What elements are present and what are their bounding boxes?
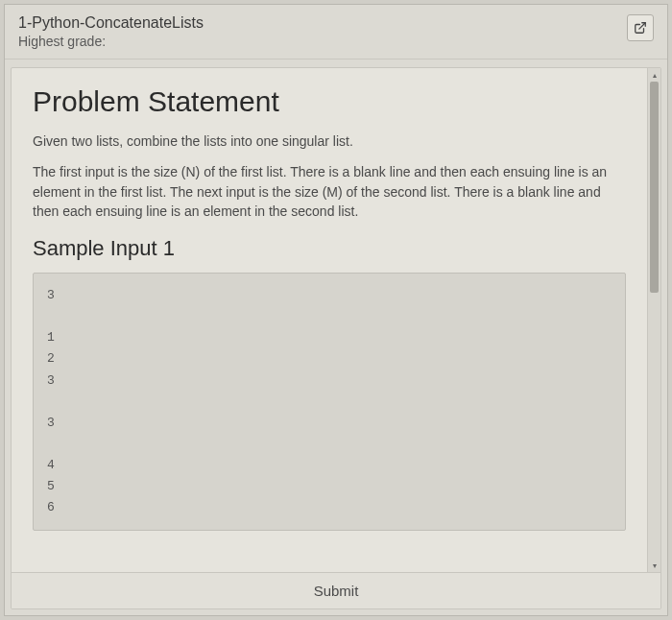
scroll-down-arrow[interactable]: ▾ [648,559,660,572]
highest-grade-label: Highest grade: [18,34,204,49]
problem-description-2: The first input is the size (N) of the f… [33,162,626,221]
assignment-panel: 1-Python-ConcatenateLists Highest grade:… [4,4,668,616]
problem-statement-heading: Problem Statement [33,85,626,118]
assignment-title: 1-Python-ConcatenateLists [18,14,204,32]
header-bar: 1-Python-ConcatenateLists Highest grade: [5,5,667,60]
scroll-up-arrow[interactable]: ▴ [648,68,660,82]
external-link-icon [634,21,647,35]
sample-input-box: 3 1 2 3 3 4 5 6 [33,273,626,531]
scroll-wrap: Problem Statement Given two lists, combi… [12,68,660,572]
problem-body: Problem Statement Given two lists, combi… [12,68,647,572]
content-area: Problem Statement Given two lists, combi… [11,67,661,609]
open-external-button[interactable] [627,14,654,41]
scrollbar[interactable]: ▴ ▾ [647,68,660,572]
svg-line-0 [639,23,645,29]
header-text: 1-Python-ConcatenateLists Highest grade: [18,14,204,49]
scroll-thumb[interactable] [650,82,659,293]
sample-input-heading: Sample Input 1 [33,236,626,261]
submit-button[interactable]: Submit [12,572,660,608]
problem-description-1: Given two lists, combine the lists into … [33,131,626,151]
